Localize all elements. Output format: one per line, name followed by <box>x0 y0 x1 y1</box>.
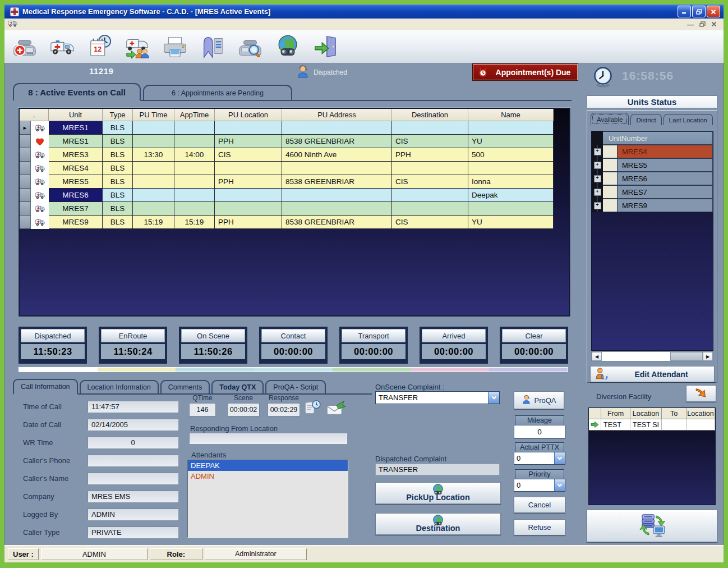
row-selector-cell[interactable] <box>603 199 618 212</box>
event-row[interactable]: ► MRES1 BLS <box>20 121 554 135</box>
appointments-due-button[interactable]: Appointment(s) Due <box>472 63 578 81</box>
cell-pu-time[interactable] <box>133 135 174 148</box>
cell-pu-address[interactable]: 8538 GREENBRIAR <box>282 175 392 189</box>
row-selector-cell[interactable] <box>603 185 618 199</box>
cell-unit[interactable]: MRES3 <box>49 148 103 162</box>
row-selector-cell[interactable] <box>603 158 618 172</box>
cell-pu-address[interactable]: 8538 GREENBRIAR <box>282 216 392 229</box>
cell-app-time[interactable] <box>174 189 215 202</box>
cell-pu-address[interactable] <box>282 202 392 216</box>
cell-destination[interactable] <box>392 121 468 135</box>
toolbar-print-icon[interactable] <box>160 32 190 61</box>
actual-pttx-dropdown[interactable]: 0 <box>514 452 565 465</box>
cell-name[interactable]: Deepak <box>468 189 554 202</box>
row-selector-cell[interactable] <box>603 145 618 158</box>
unit-row[interactable]: + MRES7 <box>592 185 713 199</box>
field-input-logged-by[interactable]: ADMIN <box>87 509 178 520</box>
chevron-down-icon[interactable] <box>554 452 565 464</box>
cell-unit[interactable]: MRES4 <box>49 162 103 175</box>
unit-name-cell[interactable]: MRES5 <box>618 158 713 172</box>
field-input-caller-type[interactable]: PRIVATE <box>87 526 178 538</box>
scroll-left-arrow-icon[interactable]: ◀ <box>592 352 602 361</box>
detail-tab-proqa-script[interactable]: ProQA - Script <box>265 380 326 393</box>
unit-row[interactable]: + MRES5 <box>592 158 713 172</box>
event-row[interactable]: MRES1 BLS PPH 8538 GREENBRIAR CIS YU <box>20 135 554 148</box>
tab-pending-appointments[interactable]: 6 : Appointments are Pending <box>143 85 292 100</box>
event-row[interactable]: MRES7 BLS <box>20 202 554 216</box>
expand-plus-icon[interactable]: + <box>594 148 601 155</box>
chevron-down-icon[interactable] <box>488 392 499 404</box>
toolbar-reports-server-icon[interactable] <box>198 32 227 61</box>
cell-pu-time[interactable] <box>133 121 174 135</box>
send-message-icon[interactable] <box>326 400 346 419</box>
cell-pu-address[interactable] <box>282 189 392 202</box>
toolbar-map-globe-search-icon[interactable] <box>273 32 302 61</box>
cell-pu-time[interactable] <box>133 189 174 202</box>
event-row[interactable]: MRES4 BLS <box>20 162 554 175</box>
unit-name-cell[interactable]: MRES4 <box>618 145 713 158</box>
cell-destination[interactable] <box>392 162 468 175</box>
field-input-caller-s-phone[interactable] <box>87 455 178 466</box>
status-box-button[interactable]: Dispatched <box>21 329 85 342</box>
refuse-button[interactable]: Refuse <box>514 519 565 535</box>
cell-name[interactable] <box>468 121 554 135</box>
cell-unit[interactable]: MRES7 <box>49 202 103 216</box>
chevron-down-icon[interactable] <box>554 479 565 491</box>
cell-pu-location[interactable] <box>215 202 282 216</box>
cell-app-time[interactable]: 15:19 <box>174 216 215 229</box>
status-box-button[interactable]: Arrived <box>422 329 486 342</box>
close-button[interactable] <box>707 6 720 17</box>
units-horizontal-scrollbar[interactable]: ◀ ▶ <box>591 351 713 361</box>
cell-unit[interactable]: MRES9 <box>49 216 103 229</box>
minimize-button[interactable] <box>678 6 691 17</box>
edit-attendant-button[interactable]: Edit Attendant <box>590 366 715 382</box>
cell-name[interactable] <box>468 202 554 216</box>
call-log-icon[interactable] <box>303 398 321 419</box>
cell-pu-time[interactable] <box>133 202 174 216</box>
cell-pu-address[interactable]: 8538 GREENBRIAR <box>282 135 392 148</box>
status-box-button[interactable]: On Scene <box>181 329 245 342</box>
cell-type[interactable]: BLS <box>103 175 133 189</box>
toolbar-ambulance-icon[interactable] <box>48 32 77 61</box>
field-input-time-of-call[interactable]: 11:47:57 <box>87 401 178 413</box>
cell-app-time[interactable] <box>174 121 215 135</box>
row-selector-cell[interactable] <box>603 172 618 185</box>
destination-button[interactable]: Destination <box>375 513 501 535</box>
toolbar-new-call-phone-icon[interactable] <box>10 32 39 61</box>
cancel-button[interactable]: Cancel <box>514 497 565 513</box>
cell-pu-time[interactable]: 13:30 <box>133 148 174 162</box>
event-row[interactable]: MRES3 BLS 13:30 14:00 CIS 4600 Ninth Ave… <box>20 148 554 162</box>
cell-name[interactable]: YU <box>468 216 554 229</box>
unit-name-cell[interactable]: MRES9 <box>618 199 713 212</box>
unit-row[interactable]: + MRES6 <box>592 172 713 185</box>
field-input-wr-time[interactable]: 0 <box>87 437 178 448</box>
event-row[interactable]: MRES9 BLS 15:19 15:19 PPH 8538 GREENBRIA… <box>20 216 554 229</box>
cell-unit[interactable]: MRES1 <box>49 121 103 135</box>
detail-tab-location-information[interactable]: Location Information <box>80 380 159 393</box>
cell-app-time[interactable] <box>174 135 215 148</box>
cell-type[interactable]: BLS <box>103 202 133 216</box>
cell-destination[interactable]: CIS <box>392 216 468 229</box>
cell-pu-time[interactable]: 15:19 <box>133 216 174 229</box>
cell-pu-address[interactable] <box>282 121 392 135</box>
tab-active-events[interactable]: 8 : Active Events on Call <box>13 83 141 101</box>
cell-unit[interactable]: MRES6 <box>49 189 103 202</box>
expand-plus-icon[interactable]: + <box>594 175 601 182</box>
scrollbar-thumb[interactable] <box>670 352 703 361</box>
diversion-row[interactable]: TEST TEST SI <box>589 419 715 430</box>
cell-app-time[interactable] <box>174 162 215 175</box>
unit-name-cell[interactable]: MRES6 <box>618 172 713 185</box>
cell-pu-time[interactable] <box>133 162 174 175</box>
cell-name[interactable]: YU <box>468 135 554 148</box>
cell-type[interactable]: BLS <box>103 216 133 229</box>
mdi-close-button[interactable] <box>711 21 717 28</box>
field-input-date-of-call[interactable]: 02/14/2005 <box>87 419 178 430</box>
detail-tab-comments[interactable]: Comments <box>160 380 210 393</box>
cell-destination[interactable]: CIS <box>392 135 468 148</box>
cell-name[interactable]: 500 <box>468 148 554 162</box>
cell-unit[interactable]: MRES1 <box>49 135 103 148</box>
cell-type[interactable]: BLS <box>103 162 133 175</box>
cell-pu-address[interactable] <box>282 162 392 175</box>
attendant-item[interactable]: ADMIN <box>188 471 348 482</box>
units-tab-district[interactable]: District <box>630 114 661 125</box>
